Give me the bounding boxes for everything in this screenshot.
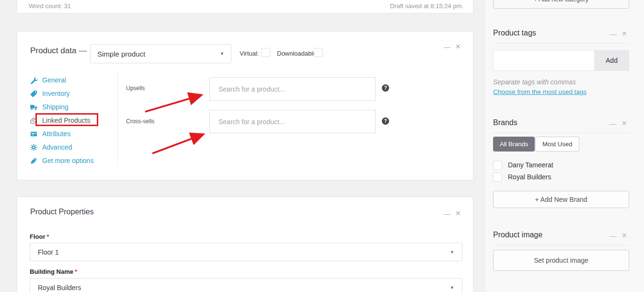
floor-label: Floor*	[30, 233, 49, 240]
tags-hint-text: Separate tags with commas	[493, 78, 576, 86]
tab-most-used[interactable]: Most Used	[535, 137, 579, 152]
tag-icon	[30, 90, 37, 97]
collapse-icon[interactable]: —	[444, 210, 450, 218]
floor-select-value: Floor 1	[38, 248, 59, 256]
divider	[493, 245, 629, 245]
brands-title: Brands	[493, 118, 518, 127]
close-icon[interactable]: ✕	[621, 30, 627, 37]
cross-sells-search-input[interactable]	[209, 110, 376, 133]
building-name-select-value: Royal Builders	[38, 284, 81, 292]
add-tag-button[interactable]: Add	[594, 50, 629, 71]
product-type-value: Simple product	[97, 50, 145, 58]
wrench-icon	[30, 76, 37, 84]
brand-checkbox-royal-builders[interactable]	[493, 173, 502, 182]
brand-label: Royal Builders	[508, 173, 551, 181]
collapse-icon[interactable]: —	[444, 43, 450, 51]
add-new-category-button[interactable]: + Add new category	[493, 0, 629, 9]
collapse-icon[interactable]: —	[610, 120, 616, 128]
product-tags-title: Product tags	[493, 29, 536, 37]
product-data-panel: Product data — Simple product ▼ Virtual:…	[17, 31, 473, 180]
collapse-icon[interactable]: —	[610, 30, 616, 38]
brand-checkbox-dany-tameerat[interactable]	[493, 161, 502, 170]
product-data-title: Product data —	[30, 46, 87, 56]
floor-select[interactable]: Floor 1 ▼	[30, 243, 462, 261]
close-icon[interactable]: ✕	[455, 43, 461, 50]
upsells-help-icon[interactable]: ?	[382, 84, 389, 92]
editor-status-bar: Word count: 31 Draft saved at 8:15:24 pm…	[17, 0, 473, 13]
gear-icon	[30, 143, 37, 151]
product-tags-input[interactable]	[493, 50, 594, 71]
product-image-title: Product image	[493, 231, 542, 239]
cross-sells-label: Cross-sells	[126, 118, 154, 125]
product-type-select[interactable]: Simple product ▼	[90, 44, 231, 63]
chevron-down-icon: ▼	[450, 250, 454, 255]
required-asterisk: *	[75, 268, 77, 275]
truck-icon	[30, 103, 37, 111]
virtual-label: Virtual:	[240, 50, 259, 57]
addon-wing-icon	[30, 157, 37, 164]
upsells-search-input[interactable]	[209, 77, 376, 101]
tab-all-brands[interactable]: All Brands	[493, 137, 535, 152]
draft-saved-status: Draft saved at 8:15:24 pm.	[390, 2, 463, 10]
close-icon[interactable]: ✕	[621, 119, 627, 127]
building-name-select[interactable]: Royal Builders ▼	[30, 278, 462, 292]
tabs-divider	[117, 72, 118, 167]
add-new-brand-button[interactable]: + Add New Brand	[493, 191, 629, 208]
required-asterisk: *	[47, 233, 49, 240]
close-icon[interactable]: ✕	[621, 232, 627, 239]
divider	[493, 43, 629, 44]
tab-general[interactable]: General	[30, 73, 93, 87]
building-name-label: Building Name*	[30, 268, 77, 275]
collapse-icon[interactable]: —	[610, 232, 616, 240]
chevron-down-icon: ▼	[220, 51, 224, 56]
brand-label: Dany Tameerat	[508, 161, 553, 169]
tab-advanced[interactable]: Advanced	[30, 140, 93, 154]
product-properties-panel: Product Properties — ✕ Floor* Floor 1 ▼ …	[17, 197, 473, 292]
tab-shipping[interactable]: Shipping	[30, 100, 93, 114]
cross-sells-help-icon[interactable]: ?	[382, 117, 389, 125]
annotation-highlight-box	[35, 113, 98, 126]
tab-get-more-options[interactable]: Get more options	[30, 154, 93, 167]
downloadable-label: Downloadable:	[277, 50, 318, 57]
divider	[493, 133, 629, 133]
product-properties-title: Product Properties	[30, 208, 94, 216]
downloadable-checkbox[interactable]	[314, 48, 323, 57]
virtual-checkbox[interactable]	[261, 48, 270, 57]
word-count: Word count: 31	[29, 2, 71, 10]
chevron-down-icon: ▼	[450, 285, 454, 290]
set-product-image-button[interactable]: Set product image	[493, 250, 629, 271]
upsells-label: Upsells	[126, 85, 145, 92]
most-used-tags-link[interactable]: Choose from the most used tags	[493, 88, 586, 95]
tab-inventory[interactable]: Inventory	[30, 87, 93, 100]
close-icon[interactable]: ✕	[455, 210, 461, 217]
tab-attributes[interactable]: Attributes	[30, 127, 93, 140]
table-icon	[30, 130, 37, 138]
